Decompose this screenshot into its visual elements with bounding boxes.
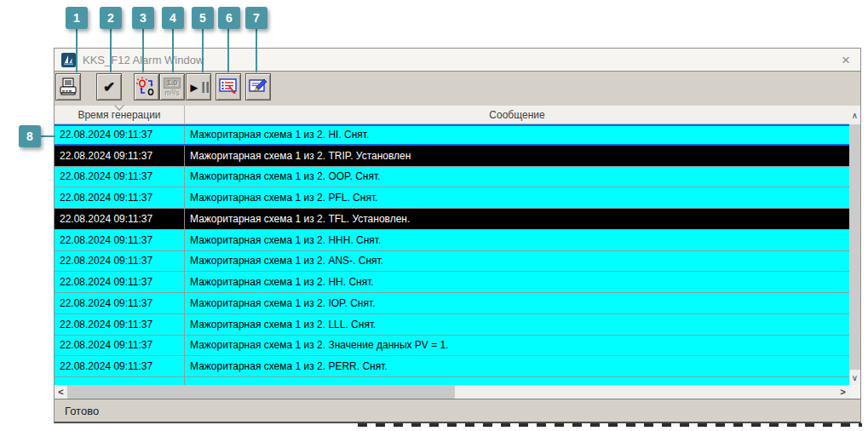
- status-text: Готово: [55, 405, 99, 417]
- edit-note-icon: [248, 78, 268, 96]
- table-row[interactable]: 22.08.2024 09:11:37 Мажоритарная схема 1…: [55, 314, 849, 336]
- toolbar: ✔ 1.0 m³/s: [55, 72, 860, 106]
- callout-line-8: [41, 135, 55, 137]
- cell-message: Мажоритарная схема 1 из 2. LLL. Снят.: [185, 314, 849, 335]
- callout-badge-7: 7: [245, 7, 267, 29]
- table-row[interactable]: 22.08.2024 09:11:37 Мажоритарная схема 1…: [55, 124, 849, 146]
- cell-time: 22.08.2024 09:11:37: [55, 146, 185, 166]
- cell-message: Мажоритарная схема 1 из 2. OOP. Снят.: [185, 167, 849, 187]
- cell-time: 22.08.2024 09:11:37: [55, 293, 185, 313]
- cell-message: Мажоритарная схема 1 из 2. HH. Снят.: [185, 272, 849, 292]
- horizontal-scrollbar-thumb[interactable]: [67, 385, 455, 399]
- statusbar: Готово: [55, 399, 860, 422]
- cell-message: Мажоритарная схема 1 из 2. PFL. Снят.: [185, 187, 849, 208]
- alarm-list-icon: [218, 78, 239, 96]
- callout-badge-6: 6: [218, 7, 240, 29]
- cell-time: 22.08.2024 09:11:37: [55, 209, 185, 229]
- callout-badge-8: 8: [19, 125, 41, 147]
- printer-icon: [58, 77, 78, 97]
- callout-line-5: [202, 29, 204, 72]
- cell-message: Мажоритарная схема 1 из 2. ANS-. Снят.: [185, 251, 849, 272]
- cell-message: Мажоритарная схема 1 из 2. HI. Снят.: [185, 126, 849, 144]
- table-row[interactable]: 22.08.2024 09:11:37 Мажоритарная схема 1…: [55, 187, 849, 209]
- print-button[interactable]: [55, 73, 81, 101]
- callout-line-1: [76, 29, 78, 72]
- callout-line-7: [256, 29, 257, 72]
- callout-badge-3: 3: [132, 7, 154, 29]
- vertical-scrollbar: ∧ ∨: [849, 106, 860, 385]
- table-row[interactable]: 22.08.2024 09:11:37 Мажоритарная схема 1…: [55, 146, 849, 167]
- flow-units-label: m³/s: [164, 89, 180, 97]
- table-row[interactable]: 22.08.2024 09:11:37 Мажоритарная схема 1…: [55, 272, 849, 293]
- callout-badge-5: 5: [192, 7, 214, 29]
- app-icon: [61, 53, 76, 67]
- play-icon: ►: [188, 81, 201, 94]
- resume-pause-button[interactable]: ►: [186, 73, 211, 101]
- cell-time: 22.08.2024 09:11:37: [55, 167, 185, 187]
- cell-time: 22.08.2024 09:11:37: [55, 251, 185, 272]
- table-row[interactable]: 22.08.2024 09:11:37 Мажоритарная схема 1…: [55, 293, 849, 314]
- cell-time: 22.08.2024 09:11:37: [55, 272, 185, 292]
- callout-line-2: [110, 29, 112, 72]
- alarm-list: 22.08.2024 09:11:37 Мажоритарная схема 1…: [55, 124, 849, 385]
- callout-badge-2: 2: [100, 7, 122, 29]
- alarm-list-button[interactable]: [216, 73, 241, 101]
- vertical-scrollbar-thumb[interactable]: [849, 124, 860, 370]
- flow-value-label: 1.0: [164, 78, 181, 89]
- alarm-lamps-button[interactable]: [134, 73, 159, 101]
- screenshot-canvas: 1 2 3 4 5 6 7 8 KKS_F12 Alarm Window ×: [0, 0, 868, 431]
- table-row[interactable]: 22.08.2024 09:11:37 Мажоритарная схема 1…: [55, 209, 849, 230]
- cell-time: 22.08.2024 09:11:37: [55, 187, 185, 208]
- table-row[interactable]: 22.08.2024 09:11:37 Мажоритарная схема 1…: [55, 230, 849, 251]
- close-icon[interactable]: ×: [842, 53, 850, 67]
- pause-bar-icon: [206, 82, 209, 93]
- callout-badge-1: 1: [66, 7, 88, 29]
- cell-message: Мажоритарная схема 1 из 2. PERR. Снят.: [185, 356, 849, 376]
- pause-bar-icon: [202, 82, 204, 93]
- alarm-lamps-icon: [136, 77, 157, 97]
- cropped-text-artifact: [358, 423, 862, 427]
- cell-message: [185, 377, 849, 385]
- titlebar[interactable]: KKS_F12 Alarm Window ×: [55, 49, 860, 72]
- cell-message: Мажоритарная схема 1 из 2. IOP. Снят.: [185, 293, 849, 313]
- table-row-partial: [55, 377, 849, 385]
- acknowledge-button[interactable]: ✔: [96, 73, 122, 101]
- callout-line-4: [172, 29, 174, 72]
- play-pause-icon: ►: [188, 81, 210, 94]
- table-header: Время генерации Сообщение: [55, 106, 849, 124]
- cell-time: 22.08.2024 09:11:37: [55, 230, 185, 250]
- scroll-right-icon[interactable]: >: [836, 385, 849, 399]
- column-header-message[interactable]: Сообщение: [185, 106, 849, 124]
- callout-line-6: [227, 29, 229, 72]
- cell-message: Мажоритарная схема 1 из 2. TFL. Установл…: [185, 209, 849, 229]
- scrollbar-corner: [849, 385, 860, 399]
- table-row[interactable]: 22.08.2024 09:11:37 Мажоритарная схема 1…: [55, 251, 849, 273]
- cell-message: Мажоритарная схема 1 из 2. HHH. Снят.: [185, 230, 849, 250]
- check-icon: ✔: [103, 80, 115, 95]
- horizontal-scrollbar-track[interactable]: [455, 385, 836, 399]
- cell-time: 22.08.2024 09:11:37: [55, 336, 185, 356]
- horizontal-scrollbar: < >: [55, 385, 860, 399]
- flow-units-button[interactable]: 1.0 m³/s: [159, 73, 185, 101]
- edit-note-button[interactable]: [245, 73, 271, 101]
- table-row[interactable]: 22.08.2024 09:11:37 Мажоритарная схема 1…: [55, 336, 849, 357]
- cell-time: [55, 377, 185, 385]
- callout-badge-4: 4: [162, 7, 184, 29]
- cell-message: Мажоритарная схема 1 из 2. TRIP. Установ…: [185, 146, 849, 166]
- scroll-down-icon[interactable]: ∨: [849, 370, 860, 385]
- flow-units-icon: 1.0 m³/s: [164, 78, 181, 97]
- table-row[interactable]: 22.08.2024 09:11:37 Мажоритарная схема 1…: [55, 167, 849, 188]
- cell-time: 22.08.2024 09:11:37: [55, 126, 185, 144]
- table-row[interactable]: 22.08.2024 09:11:37 Мажоритарная схема 1…: [55, 356, 849, 377]
- alarm-window: KKS_F12 Alarm Window × ✔: [54, 48, 861, 423]
- cell-time: 22.08.2024 09:11:37: [55, 314, 185, 335]
- scroll-up-icon[interactable]: ∧: [849, 106, 860, 124]
- callout-line-3: [142, 29, 144, 72]
- cell-message: Мажоритарная схема 1 из 2. Значение данн…: [185, 336, 849, 356]
- cell-time: 22.08.2024 09:11:37: [55, 356, 185, 376]
- scroll-left-icon[interactable]: <: [55, 385, 67, 399]
